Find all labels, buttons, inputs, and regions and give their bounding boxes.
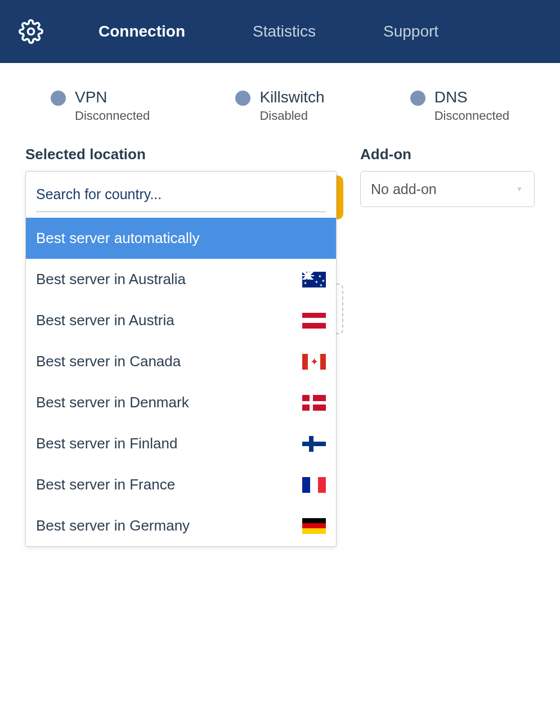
selected-location-label: Selected location xyxy=(25,146,343,163)
flag-icon xyxy=(302,313,326,329)
tab-support[interactable]: Support xyxy=(383,23,438,41)
addon-selected-value: No add-on xyxy=(371,181,437,197)
location-option-label: Best server in France xyxy=(36,476,175,493)
location-option[interactable]: Best server in Austria xyxy=(26,300,336,341)
location-option-label: Best server in Australia xyxy=(36,271,186,288)
status-dns-title: DNS xyxy=(434,88,509,106)
status-dns-sub: Disconnected xyxy=(434,109,509,123)
status-killswitch-title: Killswitch xyxy=(259,88,324,106)
svg-point-0 xyxy=(28,29,34,35)
flag-icon: ✦ xyxy=(302,354,326,370)
status-dot-icon xyxy=(235,91,250,106)
gear-icon[interactable] xyxy=(17,17,45,46)
header-tabs: Connection Statistics Support xyxy=(98,23,438,41)
addon-select[interactable]: No add-on ▼ xyxy=(360,171,535,207)
location-dropdown: Best server automaticallyBest server in … xyxy=(25,171,337,547)
status-vpn: VPN Disconnected xyxy=(51,88,150,123)
tab-connection[interactable]: Connection xyxy=(98,23,185,41)
app-header: Connection Statistics Support xyxy=(0,0,560,63)
location-option[interactable]: Best server in Australia✦✦✦✦✦ xyxy=(26,259,336,300)
status-vpn-sub: Disconnected xyxy=(75,109,150,123)
flag-icon xyxy=(302,395,326,411)
location-option-label: Best server in Finland xyxy=(36,435,177,452)
location-option-label: Best server in Germany xyxy=(36,517,190,534)
addon-label: Add-on xyxy=(360,146,535,163)
flag-icon: ✦✦✦✦✦ xyxy=(302,272,326,287)
status-dns: DNS Disconnected xyxy=(410,88,509,123)
location-option[interactable]: Best server in France xyxy=(26,464,336,505)
tab-statistics[interactable]: Statistics xyxy=(253,23,316,41)
location-option[interactable]: Best server in Germany xyxy=(26,505,336,546)
status-killswitch: Killswitch Disabled xyxy=(235,88,324,123)
location-option-label: Best server automatically xyxy=(36,230,199,247)
chevron-down-icon: ▼ xyxy=(516,185,523,193)
search-input[interactable] xyxy=(36,182,326,212)
location-option-label: Best server in Austria xyxy=(36,312,174,329)
location-option[interactable]: Best server automatically xyxy=(26,218,336,259)
location-option-label: Best server in Denmark xyxy=(36,394,189,411)
status-vpn-title: VPN xyxy=(75,88,150,106)
flag-icon xyxy=(302,518,326,534)
location-option[interactable]: Best server in Canada✦ xyxy=(26,341,336,382)
status-dot-icon xyxy=(51,91,66,106)
status-killswitch-sub: Disabled xyxy=(259,109,324,123)
flag-icon xyxy=(302,436,326,452)
location-option-label: Best server in Canada xyxy=(36,353,181,370)
status-row: VPN Disconnected Killswitch Disabled DNS… xyxy=(0,63,560,146)
status-dot-icon xyxy=(410,91,425,106)
flag-icon xyxy=(302,477,326,493)
location-option[interactable]: Best server in Denmark xyxy=(26,382,336,423)
location-option[interactable]: Best server in Finland xyxy=(26,423,336,464)
